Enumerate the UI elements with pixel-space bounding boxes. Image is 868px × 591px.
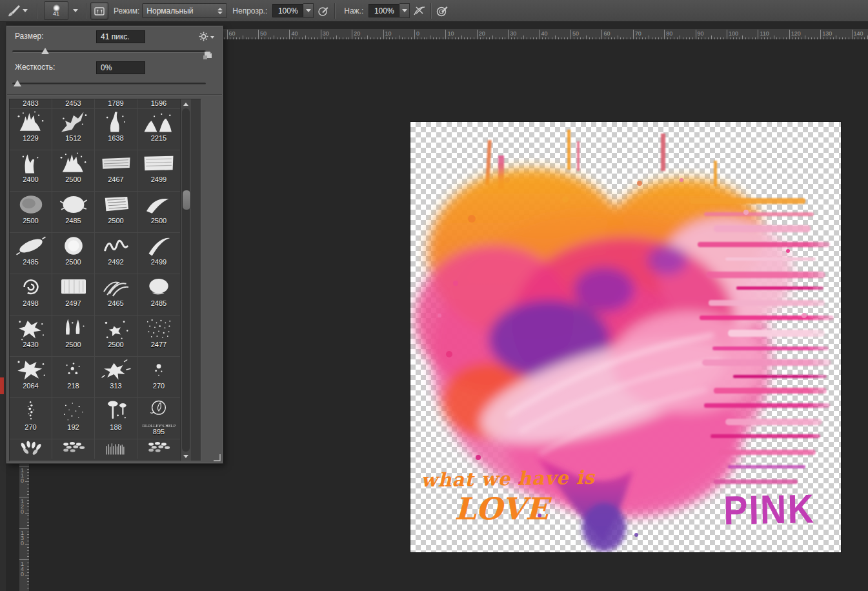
brush-thumbnail-spray: [139, 316, 178, 341]
brush-preset-partial[interactable]: 2483: [10, 99, 52, 109]
brush-number: 2498: [23, 299, 38, 307]
brush-number: 270: [153, 382, 165, 390]
brush-preset[interactable]: 2430: [10, 316, 52, 357]
brush-preset[interactable]: 1512: [52, 109, 95, 150]
brush-preset[interactable]: 313: [95, 357, 137, 398]
brush-preset[interactable]: 270: [10, 398, 52, 439]
brush-number: 2500: [65, 175, 81, 183]
foreground-color-swatch[interactable]: [0, 377, 4, 394]
brush-number: 2500: [151, 217, 167, 225]
brush-preset[interactable]: 2500: [137, 192, 180, 233]
brush-thumbnail-grass: [97, 440, 136, 459]
brush-preset[interactable]: 1638: [95, 109, 137, 150]
brush-picker-arrow[interactable]: [71, 2, 79, 19]
brush-thumbnail-splash-up: [12, 110, 50, 134]
airbrush-icon[interactable]: [435, 4, 449, 18]
brush-preset-partial[interactable]: 2453: [52, 99, 95, 109]
brush-preset[interactable]: 2477: [137, 316, 180, 357]
size-slider-thumb[interactable]: [41, 48, 49, 54]
new-brush-icon[interactable]: [203, 50, 213, 62]
brush-thumbnail-splat-tiny: [139, 357, 178, 382]
brush-number: 2499: [151, 258, 167, 266]
brush-preset[interactable]: 188: [95, 398, 137, 439]
opacity-value[interactable]: 100%: [272, 4, 303, 17]
brush-grid-cells: 2483245317891596122915121638221524002500…: [10, 99, 180, 461]
brush-number: 1512: [65, 134, 81, 142]
brush-number: 2215: [151, 134, 167, 142]
brush-thumbnail-pebbles: [139, 440, 178, 459]
panel-resize-grip[interactable]: [213, 454, 221, 461]
toggle-brush-panel-button[interactable]: [90, 2, 108, 20]
brush-thumbnail-stroke-scratch: [97, 192, 136, 217]
scrollbar-track[interactable]: [182, 108, 190, 452]
brush-preset[interactable]: 270: [137, 357, 180, 398]
brush-preset[interactable]: 2500: [52, 233, 95, 274]
brush-preset[interactable]: 192: [52, 398, 95, 439]
brush-number: 2485: [23, 258, 38, 266]
panel-menu-gear-icon[interactable]: [199, 32, 208, 43]
brush-preset[interactable]: 218: [52, 357, 95, 398]
brush-preset[interactable]: 2215: [137, 109, 180, 150]
hardness-label: Жесткость:: [15, 63, 55, 72]
scrollbar-thumb[interactable]: [182, 190, 191, 210]
brush-preset[interactable]: 2485: [52, 192, 95, 233]
hardness-slider-thumb[interactable]: [14, 80, 21, 86]
size-slider[interactable]: [12, 47, 206, 55]
brush-preset[interactable]: 2467: [95, 150, 137, 192]
pen-pressure-icon[interactable]: [412, 4, 427, 18]
hardness-slider[interactable]: [12, 79, 206, 87]
brush-preset-partial[interactable]: 1596: [137, 99, 180, 109]
brush-preset[interactable]: 2465: [95, 274, 137, 316]
brush-preset[interactable]: 2498: [10, 274, 52, 316]
size-value-field[interactable]: 41 пикс.: [96, 30, 145, 43]
brush-preset[interactable]: 2500: [52, 150, 95, 192]
brush-preset[interactable]: 2485: [10, 233, 52, 274]
brush-preset[interactable]: 2497: [52, 274, 95, 316]
brush-preset[interactable]: 2499: [137, 233, 180, 274]
brush-number: 1638: [108, 134, 123, 142]
brush-tool-button[interactable]: [3, 2, 30, 20]
brush-number: 192: [67, 423, 79, 431]
brush-preset-partial[interactable]: [52, 439, 95, 459]
scroll-down-button[interactable]: [181, 452, 191, 461]
brush-preset-partial[interactable]: 1789: [95, 99, 137, 109]
brush-preset[interactable]: 2400: [10, 150, 52, 192]
brush-preset[interactable]: 2064: [10, 357, 52, 398]
brush-preset[interactable]: 2492: [95, 233, 137, 274]
brush-number: 1789: [108, 99, 123, 107]
brush-thumbnail-blob-round: [54, 234, 93, 258]
brush-preset[interactable]: 2485: [137, 274, 180, 316]
brush-preset[interactable]: 2499: [137, 150, 180, 192]
brush-preset-picker[interactable]: 41: [44, 1, 68, 20]
tool-preset-arrow-icon[interactable]: [23, 9, 28, 12]
brush-preset[interactable]: 2500: [10, 192, 52, 233]
brush-thumbnail-splatter: [12, 316, 50, 341]
brush-preset-partial[interactable]: [95, 439, 137, 459]
opacity-arrow[interactable]: [303, 3, 314, 18]
tablet-opacity-icon[interactable]: [316, 4, 330, 18]
flow-arrow[interactable]: [399, 3, 410, 18]
brush-number: 2485: [151, 299, 167, 307]
brush-thumbnail-splash-wide: [139, 110, 178, 134]
brush-grid-scrollbar[interactable]: [180, 99, 191, 461]
brush-preset[interactable]: DLOLLEY'S HELP895: [137, 398, 180, 439]
brush-thumbnail-ornament: [139, 399, 178, 423]
brush-preset[interactable]: 2500: [95, 316, 137, 357]
brush-number: 2400: [23, 175, 38, 183]
brush-number: 2500: [23, 217, 38, 225]
brush-number: 2500: [65, 258, 81, 266]
brush-number: 2483: [23, 99, 38, 107]
mode-dropdown[interactable]: Нормальный: [142, 3, 227, 18]
brush-preset-partial[interactable]: [10, 439, 52, 459]
flow-value[interactable]: 100%: [368, 4, 399, 17]
document-canvas[interactable]: what we have is LOVE PINK: [410, 122, 841, 552]
hardness-value-field[interactable]: 0%: [96, 61, 145, 74]
brush-preset[interactable]: 1229: [10, 109, 52, 150]
brush-preset[interactable]: 2500: [95, 192, 137, 233]
brush-preset[interactable]: 2500: [52, 316, 95, 357]
brush-number: 270: [25, 423, 36, 431]
panel-menu-arrow-icon[interactable]: [210, 36, 214, 39]
brush-preset-partial[interactable]: [137, 439, 180, 459]
scroll-up-button[interactable]: [181, 99, 191, 108]
panel-separator: [7, 94, 222, 95]
